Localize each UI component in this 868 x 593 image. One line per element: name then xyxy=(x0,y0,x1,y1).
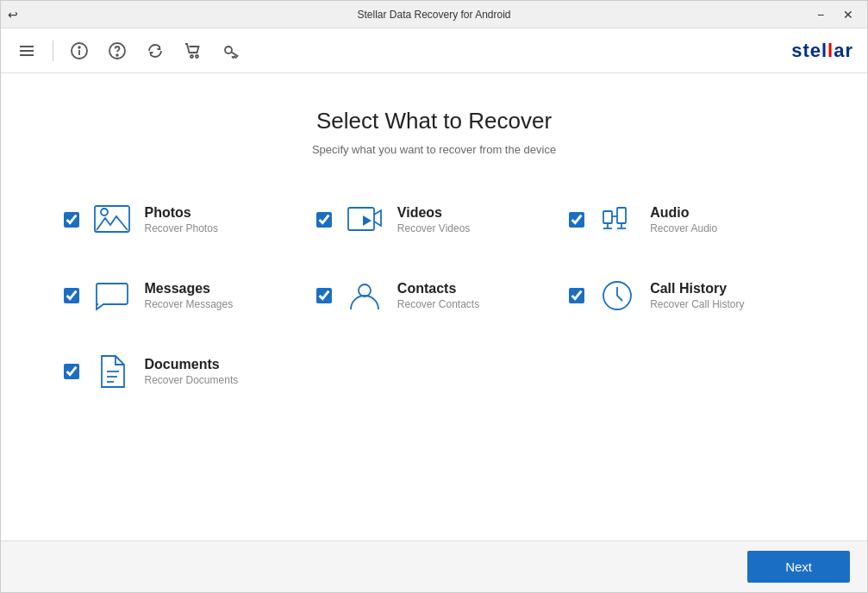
documents-icon xyxy=(91,351,133,392)
documents-text: Documents Recover Documents xyxy=(145,357,239,386)
callhistory-checkbox[interactable] xyxy=(569,288,584,303)
callhistory-text: Call History Recover Call History xyxy=(650,281,744,310)
documents-title: Documents xyxy=(145,357,239,372)
messages-checkbox[interactable] xyxy=(64,288,79,303)
page-title: Select What to Recover xyxy=(316,108,552,134)
messages-subtitle: Recover Messages xyxy=(145,298,234,310)
help-icon[interactable] xyxy=(105,39,129,63)
svg-point-10 xyxy=(225,47,232,53)
callhistory-checkbox-wrap[interactable] xyxy=(569,288,584,303)
callhistory-icon xyxy=(596,275,638,316)
recovery-item-documents[interactable]: Documents Recover Documents xyxy=(64,351,299,392)
svg-point-5 xyxy=(78,47,80,48)
audio-title: Audio xyxy=(650,205,717,221)
window-controls: − ✕ xyxy=(809,6,860,23)
key-icon[interactable] xyxy=(219,39,243,63)
bottom-bar: Next xyxy=(1,540,867,592)
videos-icon xyxy=(344,199,385,240)
messages-title: Messages xyxy=(145,281,234,296)
svg-marker-14 xyxy=(363,215,372,226)
contacts-title: Contacts xyxy=(397,281,479,296)
svg-point-11 xyxy=(101,209,108,215)
recovery-item-callhistory[interactable]: Call History Recover Call History xyxy=(569,275,804,316)
audio-icon xyxy=(596,199,638,240)
contacts-checkbox-wrap[interactable] xyxy=(316,288,332,303)
photos-icon xyxy=(91,199,133,240)
messages-text: Messages Recover Messages xyxy=(145,281,234,310)
contacts-text: Contacts Recover Contacts xyxy=(397,281,479,310)
callhistory-subtitle: Recover Call History xyxy=(650,298,744,310)
videos-checkbox-wrap[interactable] xyxy=(316,212,332,228)
contacts-subtitle: Recover Contacts xyxy=(397,298,479,310)
documents-subtitle: Recover Documents xyxy=(145,374,239,386)
photos-title: Photos xyxy=(145,205,218,221)
svg-rect-13 xyxy=(348,208,374,230)
audio-subtitle: Recover Audio xyxy=(650,222,717,234)
svg-rect-15 xyxy=(603,211,612,223)
documents-checkbox-wrap[interactable] xyxy=(64,364,79,379)
contacts-icon xyxy=(344,275,385,316)
recovery-items-grid: Photos Recover Photos Videos Recover Vid… xyxy=(64,199,805,392)
stellar-logo: stellar xyxy=(791,40,853,62)
svg-point-22 xyxy=(359,284,371,296)
photos-checkbox[interactable] xyxy=(64,212,79,228)
contacts-checkbox[interactable] xyxy=(316,288,332,303)
menu-icon[interactable] xyxy=(15,39,39,63)
messages-icon xyxy=(91,275,133,316)
title-bar-left: ↩ xyxy=(8,8,18,22)
photos-text: Photos Recover Photos xyxy=(145,205,218,234)
recovery-item-messages[interactable]: Messages Recover Messages xyxy=(64,275,299,316)
toolbar: stellar xyxy=(1,28,867,73)
next-button[interactable]: Next xyxy=(747,551,850,583)
page-subtitle: Specify what you want to recover from th… xyxy=(312,143,556,156)
recovery-item-photos[interactable]: Photos Recover Photos xyxy=(64,199,299,240)
photos-subtitle: Recover Photos xyxy=(145,222,218,234)
svg-rect-16 xyxy=(617,208,626,223)
svg-point-7 xyxy=(116,54,118,56)
back-icon: ↩ xyxy=(8,8,18,22)
cart-icon[interactable] xyxy=(181,39,205,63)
photos-checkbox-wrap[interactable] xyxy=(64,212,79,228)
messages-checkbox-wrap[interactable] xyxy=(64,288,79,303)
videos-text: Videos Recover Videos xyxy=(397,205,471,234)
close-button[interactable]: ✕ xyxy=(836,6,860,23)
app-title: Stellar Data Recovery for Android xyxy=(357,9,510,21)
svg-point-8 xyxy=(190,55,193,58)
recovery-item-audio[interactable]: Audio Recover Audio xyxy=(569,199,804,240)
videos-title: Videos xyxy=(397,205,471,221)
recovery-item-contacts[interactable]: Contacts Recover Contacts xyxy=(316,275,552,316)
audio-checkbox[interactable] xyxy=(569,212,584,228)
svg-rect-12 xyxy=(95,206,129,232)
videos-subtitle: Recover Videos xyxy=(397,222,471,234)
refresh-icon[interactable] xyxy=(143,39,167,63)
recovery-item-videos[interactable]: Videos Recover Videos xyxy=(316,199,552,240)
toolbar-divider xyxy=(53,41,53,61)
audio-checkbox-wrap[interactable] xyxy=(569,212,584,228)
callhistory-title: Call History xyxy=(650,281,744,296)
documents-checkbox[interactable] xyxy=(64,364,79,379)
svg-point-9 xyxy=(196,55,198,58)
title-bar: ↩ Stellar Data Recovery for Android − ✕ xyxy=(1,1,867,28)
minimize-button[interactable]: − xyxy=(809,6,833,23)
audio-text: Audio Recover Audio xyxy=(650,205,717,234)
videos-checkbox[interactable] xyxy=(316,212,332,228)
main-content: Select What to Recover Specify what you … xyxy=(1,73,867,540)
info-icon[interactable] xyxy=(67,39,91,63)
